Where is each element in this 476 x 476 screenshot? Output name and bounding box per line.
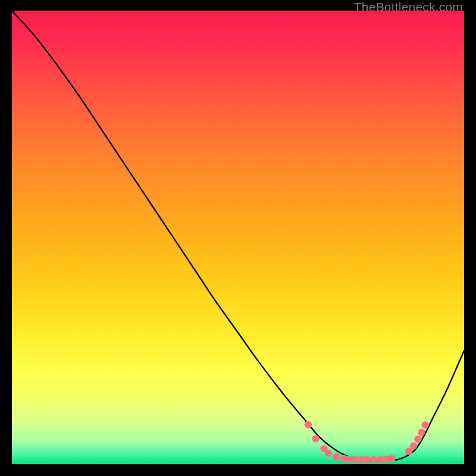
data-point xyxy=(333,453,340,461)
data-point xyxy=(325,450,332,457)
data-point xyxy=(414,436,421,443)
gradient-background xyxy=(12,11,464,464)
data-point xyxy=(363,456,370,463)
chart-frame: TheBottleneck.com xyxy=(0,0,476,476)
data-point xyxy=(345,455,352,462)
data-point xyxy=(388,455,395,462)
data-point xyxy=(312,435,320,442)
data-point xyxy=(410,442,417,449)
data-point xyxy=(370,456,377,463)
bottleneck-chart xyxy=(12,11,464,464)
data-point xyxy=(305,421,312,428)
data-point xyxy=(421,421,428,428)
data-point xyxy=(418,428,425,436)
